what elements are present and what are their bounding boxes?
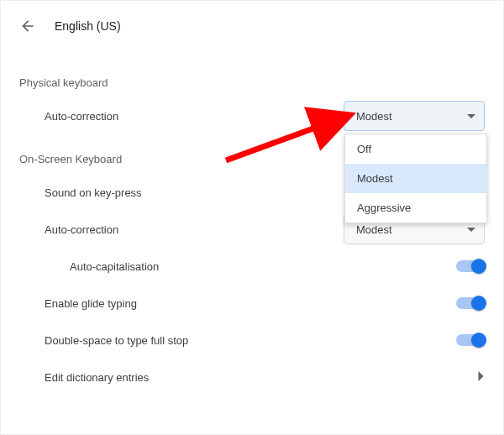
row-dictionary[interactable]: Edit dictionary entries (19, 359, 485, 396)
label-autocap: Auto-capitalisation (19, 260, 456, 273)
row-double-space: Double-space to type full stop (19, 322, 485, 359)
dropdown-option-modest[interactable]: Modest (345, 164, 486, 193)
label-onscreen-autocorrect: Auto-correction (19, 223, 344, 236)
label-physical-autocorrect: Auto-correction (19, 110, 344, 123)
row-autocap: Auto-capitalisation (19, 248, 485, 285)
settings-body: Physical keyboard Auto-correction Modest… (1, 39, 503, 396)
toggle-glide[interactable] (456, 297, 485, 309)
dropdown2-selected-value: Modest (356, 223, 392, 236)
chevron-right-icon (477, 370, 485, 385)
row-physical-autocorrect: Auto-correction Modest Off Modest Aggres… (19, 97, 485, 134)
back-arrow-icon[interactable] (18, 16, 38, 36)
label-glide: Enable glide typing (19, 297, 456, 310)
section-heading-physical: Physical keyboard (19, 76, 485, 89)
header: English (US) (1, 1, 503, 39)
dropdown-menu: Off Modest Aggressive (344, 134, 487, 223)
toggle-autocap[interactable] (456, 260, 485, 272)
toggle-double-space[interactable] (456, 334, 485, 346)
row-glide: Enable glide typing (19, 285, 485, 322)
caret-down-icon (467, 114, 475, 118)
dropdown-physical-autocorrect[interactable]: Modest Off Modest Aggressive (344, 101, 485, 131)
label-dictionary: Edit dictionary entries (19, 371, 477, 384)
caret-down-icon (467, 228, 475, 232)
dropdown-selected-value: Modest (356, 110, 392, 123)
label-double-space: Double-space to type full stop (19, 334, 456, 347)
page-title: English (US) (55, 19, 121, 33)
dropdown-option-off[interactable]: Off (345, 134, 486, 164)
dropdown-option-aggressive[interactable]: Aggressive (345, 193, 486, 223)
